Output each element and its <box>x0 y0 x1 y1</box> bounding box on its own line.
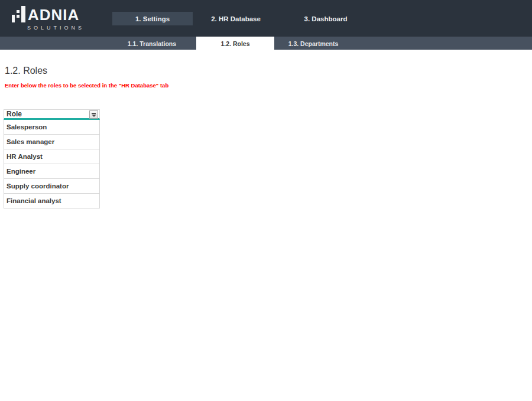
adnia-bar-chart-icon <box>12 6 25 22</box>
table-row[interactable]: Financial analyst <box>4 194 100 208</box>
nav-hr-database-button[interactable]: 2. HR Database <box>195 12 277 25</box>
nav-settings-button[interactable]: 1. Settings <box>112 12 193 25</box>
sub-nav: 1.1. Translations 1.2. Roles 1.3. Depart… <box>0 37 532 50</box>
table-row[interactable]: Sales manager <box>4 135 100 149</box>
roles-table: Role Salesperson Sales manager HR Analys… <box>4 109 100 208</box>
table-row[interactable]: Engineer <box>4 164 100 179</box>
app-header: ADNIA SOLUTIONS 1. Settings 2. HR Databa… <box>0 0 532 37</box>
tab-translations[interactable]: 1.1. Translations <box>112 37 192 50</box>
tab-roles-active[interactable]: 1.2. Roles <box>196 37 274 50</box>
page-instruction-note: Enter below the roles to be selected in … <box>5 82 168 89</box>
table-row[interactable]: Supply coordinator <box>4 179 100 194</box>
dropdown-arrow-icon <box>92 113 96 114</box>
nav-dashboard-button[interactable]: 3. Dashboard <box>284 12 367 25</box>
tab-departments[interactable]: 1.3. Departments <box>274 37 352 50</box>
page-title: 1.2. Roles <box>5 66 47 76</box>
brand-name: ADNIA <box>28 7 79 22</box>
roles-table-header-cell[interactable]: Role <box>4 109 100 120</box>
table-row[interactable]: Salesperson <box>4 120 100 135</box>
filter-dropdown-button[interactable] <box>89 110 98 119</box>
table-row[interactable]: HR Analyst <box>4 149 100 164</box>
brand-logo: ADNIA SOLUTIONS <box>12 6 89 31</box>
brand-tagline: SOLUTIONS <box>27 25 89 31</box>
roles-column-header-label: Role <box>7 110 22 118</box>
